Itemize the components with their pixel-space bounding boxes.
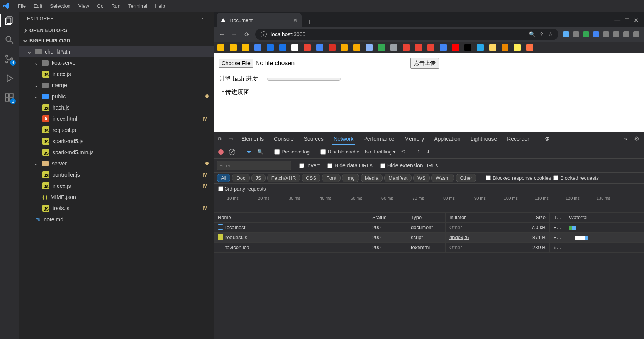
third-party-checkbox[interactable]: 3rd-party requests (218, 186, 639, 192)
type-pill-all[interactable]: All (217, 174, 230, 182)
devtools-more-icon[interactable]: » (624, 136, 627, 142)
file-input[interactable]: Choose File No file chosen (219, 59, 295, 68)
bookmark-icon[interactable] (329, 44, 336, 51)
search-icon[interactable]: 🔍 (257, 149, 263, 155)
bookmark-icon[interactable] (341, 44, 348, 51)
bookmark-icon[interactable] (279, 44, 286, 51)
extension-icon[interactable] (633, 31, 639, 37)
tree-note.md[interactable]: M↓note.md (19, 214, 214, 225)
extension-icon[interactable] (603, 31, 609, 37)
type-pill-js[interactable]: JS (251, 174, 266, 182)
upload-button[interactable]: 点击上传 (410, 58, 439, 69)
bookmark-icon[interactable] (477, 44, 484, 51)
preserve-log-checkbox[interactable]: Preserve log (275, 149, 310, 155)
clear-icon[interactable] (229, 149, 235, 155)
extension-icon[interactable] (573, 31, 579, 37)
bookmark-icon[interactable] (242, 44, 249, 51)
tree-public[interactable]: public (19, 91, 214, 102)
bookmark-icon[interactable] (440, 44, 447, 51)
tree-hash.js[interactable]: JShash.js (19, 102, 214, 113)
menu-view[interactable]: View (75, 2, 93, 10)
request-row-localhost[interactable]: localhost200documentOther7.0 kB8 ... (214, 223, 644, 233)
extensions-tab-icon[interactable]: 1 (4, 93, 14, 103)
invert-checkbox[interactable]: Invert (299, 162, 320, 169)
bookmark-icon[interactable] (304, 44, 311, 51)
throttling-select[interactable]: No throttling ▾ (365, 149, 396, 155)
column-type[interactable]: Type (407, 213, 446, 223)
devtools-tab-network[interactable]: Network (332, 133, 355, 145)
export-har-icon[interactable]: ⤓ (426, 149, 430, 155)
share-icon[interactable]: ⇪ (539, 31, 544, 37)
type-pill-media[interactable]: Media (361, 174, 383, 182)
choose-file-button[interactable]: Choose File (219, 59, 253, 68)
blocked-cookies-checkbox[interactable]: Blocked response cookies (486, 175, 551, 181)
tree-spark-md5.js[interactable]: JSspark-md5.js (19, 135, 214, 147)
bookmark-icon[interactable] (291, 44, 298, 51)
bookmark-icon[interactable] (514, 44, 521, 51)
column-size[interactable]: Size (511, 213, 550, 223)
bookmark-icon[interactable] (489, 44, 496, 51)
network-timeline[interactable]: 10 ms20 ms30 ms40 ms50 ms60 ms70 ms80 ms… (214, 194, 644, 212)
browser-tab[interactable]: Document ✕ (217, 13, 302, 27)
tree-merge[interactable]: merge (19, 79, 214, 91)
explorer-tab-icon[interactable] (4, 15, 14, 25)
tree-koa-server[interactable]: koa-server (19, 57, 214, 68)
bookmark-icon[interactable] (403, 44, 410, 51)
network-conditions-icon[interactable]: ⟲ (401, 149, 405, 155)
bookmark-icon[interactable] (230, 44, 237, 51)
request-row-request.js[interactable]: request.js200script(index):6871 B8 ... (214, 233, 644, 243)
column-name[interactable]: Name (214, 213, 368, 223)
menu-go[interactable]: Go (93, 2, 107, 10)
window-min-icon[interactable]: ― (614, 17, 620, 24)
devtools-tab-application[interactable]: Application (432, 133, 462, 144)
bookmark-icon[interactable] (316, 44, 323, 51)
type-pill-img[interactable]: Img (342, 174, 359, 182)
bookmark-icon[interactable] (464, 44, 471, 51)
disable-cache-checkbox[interactable]: Disable cache (321, 149, 359, 155)
column-initiator[interactable]: Initiator (446, 213, 511, 223)
menu-selection[interactable]: Selection (46, 2, 74, 10)
bookmark-icon[interactable] (427, 44, 434, 51)
reload-icon[interactable]: ⟳ (243, 30, 251, 38)
bookmark-icon[interactable] (366, 44, 373, 51)
devtools-tab-console[interactable]: Console (272, 133, 295, 144)
filter-input[interactable] (217, 161, 291, 170)
menu-help[interactable]: Help (151, 2, 169, 10)
device-icon[interactable]: ▭ (229, 136, 233, 142)
blocked-requests-checkbox[interactable]: Blocked requests (553, 175, 599, 181)
menu-run[interactable]: Run (107, 2, 124, 10)
window-close-icon[interactable]: ✕ (634, 17, 639, 24)
devtools-tab-lighthouse[interactable]: Lighthouse (469, 133, 499, 144)
forward-icon[interactable]: → (230, 30, 238, 38)
tree-spark-md5.min.js[interactable]: JSspark-md5.min.js (19, 147, 214, 158)
source-control-tab-icon[interactable]: 4 (4, 54, 14, 64)
hide-data-urls-checkbox[interactable]: Hide data URLs (327, 162, 373, 169)
bookmark-icon[interactable]: ☆ (548, 31, 553, 37)
tree-index.js[interactable]: JSindex.js (19, 68, 214, 79)
bookmark-icon[interactable] (452, 44, 459, 51)
devtools-settings-icon[interactable]: ⚙ (634, 135, 639, 142)
devtools-tab-memory[interactable]: Memory (403, 133, 426, 144)
request-row-favicon.ico[interactable]: favicon.ico200text/htmlOther239 B6 ... (214, 243, 644, 253)
column-status[interactable]: Status (368, 213, 407, 223)
hide-extension-urls-checkbox[interactable]: Hide extension URLs (380, 162, 438, 169)
devtools-tab-elements[interactable]: Elements (240, 133, 265, 144)
bookmark-icon[interactable] (502, 44, 508, 51)
open-editors-section[interactable]: ❯OPEN EDITORS (19, 25, 214, 35)
extension-icon[interactable] (613, 31, 619, 37)
back-icon[interactable]: ← (218, 30, 226, 38)
type-pill-other[interactable]: Other (456, 174, 477, 182)
extension-icon[interactable] (623, 31, 629, 37)
devtools-tab-sources[interactable]: Sources (302, 133, 325, 144)
bookmark-icon[interactable] (267, 44, 274, 51)
bookmark-icon[interactable] (378, 44, 385, 51)
type-pill-ws[interactable]: WS (413, 174, 430, 182)
devtools-tab-recorder[interactable]: Recorder (505, 133, 531, 144)
tab-close-icon[interactable]: ✕ (293, 17, 298, 23)
bookmark-icon[interactable] (390, 44, 397, 51)
extension-icon[interactable] (583, 31, 589, 37)
extension-icon[interactable] (563, 31, 569, 37)
menu-edit[interactable]: Edit (30, 2, 46, 10)
window-max-icon[interactable]: □ (625, 17, 629, 24)
type-pill-wasm[interactable]: Wasm (431, 174, 454, 182)
